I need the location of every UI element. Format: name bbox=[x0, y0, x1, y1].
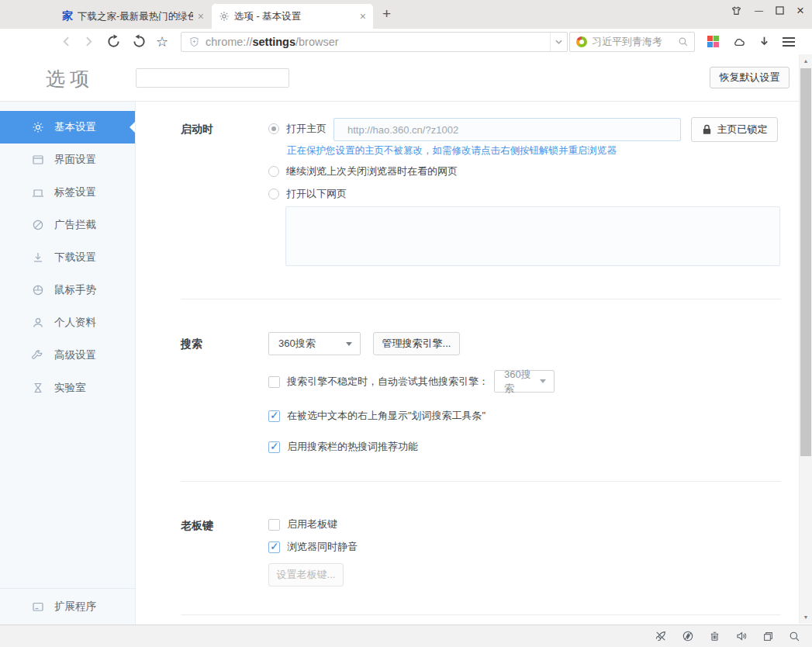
open-homepage-label: 打开主页 bbox=[286, 122, 327, 136]
enable-bosskey-label: 启用老板键 bbox=[287, 517, 337, 531]
address-bar[interactable]: chrome://settings/browser bbox=[181, 32, 568, 52]
sidebar-item-label: 广告拦截 bbox=[54, 218, 96, 232]
sidebar-item-label: 标签设置 bbox=[54, 185, 96, 199]
window-scale-icon[interactable] bbox=[762, 631, 774, 642]
section-label-bosskey: 老板键 bbox=[181, 519, 213, 533]
sidebar-item-extensions[interactable]: 扩展程序 bbox=[0, 588, 135, 625]
sidebar-item-ad-block[interactable]: 广告拦截 bbox=[0, 209, 135, 241]
new-tab-button[interactable]: + bbox=[382, 6, 391, 21]
mute-browser-label: 浏览器同时静音 bbox=[287, 540, 358, 554]
app-grid-icon[interactable] bbox=[707, 29, 719, 54]
flask-icon bbox=[32, 382, 44, 394]
homepage-locked-button[interactable]: 主页已锁定 bbox=[691, 117, 778, 142]
status-bar bbox=[0, 625, 812, 647]
menu-icon[interactable] bbox=[782, 29, 796, 54]
card-icon bbox=[32, 600, 44, 613]
restore-defaults-button[interactable]: 恢复默认设置 bbox=[710, 67, 790, 88]
person-icon bbox=[32, 317, 44, 329]
sidebar-item-mouse-gestures[interactable]: 鼠标手势 bbox=[0, 274, 135, 306]
tab-close-icon[interactable]: × bbox=[198, 11, 204, 22]
sidebar-item-interface-settings[interactable]: 界面设置 bbox=[0, 144, 135, 176]
radio-open-pages[interactable] bbox=[268, 189, 279, 199]
settings-search-input[interactable] bbox=[136, 68, 289, 88]
close-button[interactable]: × bbox=[796, 4, 804, 17]
tab-title: 选项 - 基本设置 bbox=[234, 10, 355, 23]
scrollbar-thumb[interactable] bbox=[800, 68, 811, 456]
homepage-locked-label: 主页已锁定 bbox=[717, 123, 768, 137]
checkbox-mute-browser[interactable] bbox=[268, 541, 280, 553]
flash-blocked-icon[interactable] bbox=[682, 630, 694, 642]
engine-fallback-label: 搜索引擎不稳定时，自动尝试其他搜索引擎： bbox=[287, 375, 489, 389]
360-search-logo-icon bbox=[576, 36, 587, 47]
chevron-down-icon bbox=[346, 342, 352, 346]
word-search-toolbar-label: 在被选中文本的右上角显示"划词搜索工具条" bbox=[287, 409, 485, 423]
tab-close-icon[interactable]: × bbox=[360, 11, 366, 22]
tab-title: 下载之家-最新最热门的绿色 bbox=[78, 10, 193, 23]
theme-shirt-icon[interactable] bbox=[731, 5, 742, 16]
sidebar-item-lab[interactable]: 实验室 bbox=[0, 372, 135, 404]
tab-settings[interactable]: 选项 - 基本设置 × bbox=[212, 4, 373, 29]
home-favicon: 家 bbox=[62, 9, 73, 23]
section-divider bbox=[181, 299, 781, 299]
startup-pages-textarea[interactable] bbox=[285, 206, 780, 266]
radio-open-homepage[interactable] bbox=[268, 123, 279, 134]
search-magnifier-icon[interactable] bbox=[678, 36, 689, 47]
maximize-button[interactable] bbox=[776, 6, 784, 15]
speaker-icon[interactable] bbox=[735, 630, 748, 642]
minimize-button[interactable]: — bbox=[755, 6, 763, 15]
sidebar-item-download-settings[interactable]: 下载设置 bbox=[0, 241, 135, 274]
url-text[interactable]: chrome://settings/browser bbox=[206, 36, 550, 48]
manage-engines-button[interactable]: 管理搜索引擎... bbox=[373, 332, 460, 355]
sidebar-item-label: 个人资料 bbox=[54, 316, 96, 330]
back-button[interactable] bbox=[59, 35, 74, 48]
titlebar: 家 下载之家-最新最热门的绿色 × 选项 - 基本设置 × + — × bbox=[0, 0, 812, 29]
block-icon bbox=[32, 219, 44, 231]
section-label-startup: 启动时 bbox=[181, 123, 213, 137]
checkbox-enable-bosskey[interactable] bbox=[268, 519, 280, 531]
sidebar-item-advanced-settings[interactable]: 高级设置 bbox=[0, 339, 135, 372]
tab-icon bbox=[32, 186, 44, 199]
set-bosskey-button: 设置老板键... bbox=[268, 563, 344, 586]
scroll-down-icon[interactable]: ▼ bbox=[800, 611, 812, 624]
reload-button[interactable] bbox=[105, 34, 121, 49]
gear-icon bbox=[219, 11, 230, 22]
sidebar-item-label: 下载设置 bbox=[54, 251, 96, 265]
sidebar-item-profile[interactable]: 个人资料 bbox=[0, 306, 135, 339]
homepage-url-input[interactable] bbox=[333, 118, 681, 141]
section-divider bbox=[181, 481, 781, 482]
trash-icon[interactable] bbox=[709, 630, 720, 642]
vertical-scrollbar[interactable]: ▲ ▼ bbox=[799, 54, 812, 624]
sidebar-item-basic-settings[interactable]: 基本设置 bbox=[0, 111, 135, 144]
checkbox-engine-fallback[interactable] bbox=[268, 376, 280, 388]
default-engine-select[interactable]: 360搜索 bbox=[268, 332, 361, 355]
radio-continue-last-session[interactable] bbox=[268, 166, 279, 177]
forward-button[interactable] bbox=[80, 35, 95, 48]
download-manager-icon[interactable] bbox=[758, 29, 771, 54]
search-query-text[interactable]: 习近平到青海考 bbox=[592, 35, 678, 49]
toolbar: ☆ chrome://settings/browser 习近平到青海考 bbox=[0, 29, 812, 54]
fallback-engine-select[interactable]: 360搜索 bbox=[494, 370, 555, 393]
mouse-icon bbox=[32, 284, 44, 296]
sidebar-item-label: 基本设置 bbox=[54, 120, 96, 134]
address-dropdown-button[interactable] bbox=[550, 33, 567, 51]
scroll-up-icon[interactable]: ▲ bbox=[800, 54, 812, 67]
download-icon bbox=[32, 251, 44, 264]
settings-sidebar: 基本设置 界面设置 标签设置 广告拦截 下载设置 bbox=[0, 102, 136, 625]
gear-icon bbox=[32, 121, 44, 133]
checkbox-hot-words[interactable] bbox=[268, 441, 280, 453]
sidebar-item-label: 扩展程序 bbox=[54, 600, 96, 614]
search-box[interactable]: 习近平到青海考 bbox=[569, 32, 695, 52]
hot-words-label: 启用搜索栏的热搜词推荐功能 bbox=[287, 440, 418, 454]
window-icon bbox=[32, 154, 44, 166]
undo-restore-button[interactable] bbox=[131, 34, 147, 49]
favorite-star-icon[interactable]: ☆ bbox=[154, 33, 170, 50]
tab-download-home[interactable]: 家 下载之家-最新最热门的绿色 × bbox=[55, 4, 211, 29]
settings-content: 启动时 打开主页 主页已锁定 正在保护您设置的主页不被篡改，如需修改请点击右侧按… bbox=[136, 102, 799, 625]
zoom-icon[interactable] bbox=[789, 631, 800, 642]
cloud-sync-icon[interactable] bbox=[731, 29, 747, 54]
checkbox-word-search-toolbar[interactable] bbox=[268, 410, 280, 422]
section-divider bbox=[181, 614, 781, 615]
speed-mode-disabled-icon[interactable] bbox=[655, 630, 667, 642]
sidebar-item-tab-settings[interactable]: 标签设置 bbox=[0, 176, 135, 209]
page-title: 选项 bbox=[46, 66, 94, 92]
